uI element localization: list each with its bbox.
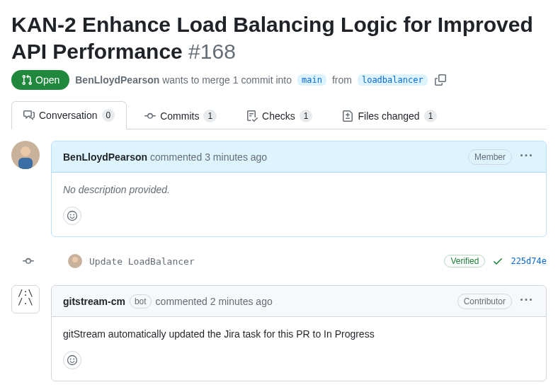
commit-message[interactable]: Update LoadBalancer bbox=[89, 256, 437, 267]
svg-point-10 bbox=[73, 359, 74, 360]
pr-tabs: Conversation 0 Commits 1 Checks 1 Files … bbox=[11, 101, 547, 129]
role-badge: Contributor bbox=[457, 294, 512, 309]
svg-point-9 bbox=[70, 359, 72, 360]
comment-author[interactable]: BenLloydPearson bbox=[63, 151, 147, 163]
file-diff-icon bbox=[342, 110, 353, 122]
svg-rect-2 bbox=[18, 158, 33, 169]
git-pull-request-icon bbox=[21, 74, 33, 86]
head-branch-pill[interactable]: loadbalancer bbox=[358, 74, 428, 86]
svg-point-3 bbox=[68, 212, 77, 221]
add-reaction-button[interactable] bbox=[63, 207, 81, 225]
comment-box: BenLloydPearson commented 3 minutes ago … bbox=[51, 141, 547, 237]
comment-box: gitstream-cm bot commented 2 minutes ago… bbox=[51, 285, 547, 381]
comment-author[interactable]: gitstream-cm bbox=[63, 296, 125, 307]
pr-title: KAN-2 Enhance Load Balancing Logic for I… bbox=[11, 11, 547, 64]
comment-discussion-icon bbox=[23, 110, 35, 121]
comment-timestamp[interactable]: 3 minutes ago bbox=[205, 151, 267, 163]
pr-author[interactable]: BenLloydPearson bbox=[75, 74, 159, 86]
svg-point-8 bbox=[68, 356, 77, 365]
git-commit-icon bbox=[23, 255, 34, 267]
svg-point-5 bbox=[73, 214, 74, 216]
git-commit-icon bbox=[144, 110, 156, 122]
checklist-icon bbox=[246, 110, 258, 122]
svg-point-1 bbox=[21, 146, 30, 156]
copy-icon[interactable] bbox=[433, 73, 448, 87]
tab-commits[interactable]: Commits 1 bbox=[132, 101, 229, 129]
kebab-icon[interactable] bbox=[518, 147, 535, 166]
avatar[interactable] bbox=[11, 141, 40, 169]
tab-conversation[interactable]: Conversation 0 bbox=[11, 101, 127, 129]
comment-body: No description provided. bbox=[52, 173, 546, 207]
svg-point-4 bbox=[70, 214, 72, 216]
role-badge: Member bbox=[468, 149, 512, 165]
commit-avatar[interactable] bbox=[68, 254, 82, 268]
commit-event: Update LoadBalancer Verified 225d74e bbox=[51, 248, 547, 274]
bot-badge: bot bbox=[130, 294, 152, 309]
check-icon[interactable] bbox=[492, 255, 503, 267]
comment-timestamp[interactable]: 2 minutes ago bbox=[210, 296, 273, 307]
pr-meta: Open BenLloydPearson wants to merge 1 co… bbox=[11, 70, 547, 90]
add-reaction-button[interactable] bbox=[63, 351, 81, 369]
svg-point-7 bbox=[72, 257, 78, 263]
avatar[interactable]: /:\/.\ bbox=[11, 285, 40, 313]
kebab-icon[interactable] bbox=[518, 292, 535, 311]
tab-checks[interactable]: Checks 1 bbox=[234, 101, 324, 129]
verified-badge[interactable]: Verified bbox=[444, 255, 485, 267]
comment-body: gitStream automatically updated the Jira… bbox=[52, 317, 546, 351]
state-badge: Open bbox=[11, 70, 69, 90]
base-branch-pill[interactable]: main bbox=[297, 74, 326, 86]
commit-sha[interactable]: 225d74e bbox=[511, 256, 547, 266]
tab-files[interactable]: Files changed 1 bbox=[330, 101, 449, 129]
pr-number: #168 bbox=[188, 40, 236, 63]
